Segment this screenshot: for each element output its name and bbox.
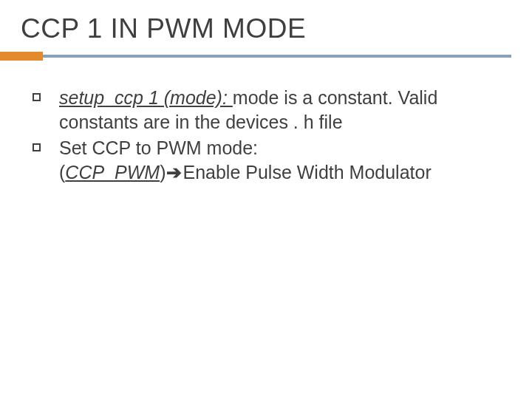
bullet-1-code: setup_ccp 1 (mode): — [59, 87, 233, 108]
rule-line — [21, 55, 511, 58]
bullet-1-mode-word: mode — [233, 87, 279, 108]
arrow-icon: ➔ — [166, 162, 183, 183]
bullet-item-2: Set CCP to PWM mode: (CCP_PWM)➔Enable Pu… — [33, 136, 511, 185]
bullet-2-line1: Set CCP to PWM mode: — [59, 137, 258, 158]
rule-accent — [0, 52, 43, 61]
bullet-list: setup_ccp 1 (mode): mode is a constant. … — [21, 86, 511, 185]
bullet-item-1: setup_ccp 1 (mode): mode is a constant. … — [33, 86, 511, 134]
title-rule — [21, 52, 511, 62]
slide-title: CCP 1 IN PWM MODE — [21, 13, 511, 44]
bullet-2-code: CCP_PWM — [65, 162, 160, 183]
bullet-2-after: Enable Pulse Width Modulator — [183, 162, 431, 183]
slide: CCP 1 IN PWM MODE setup_ccp 1 (mode): mo… — [0, 0, 532, 399]
